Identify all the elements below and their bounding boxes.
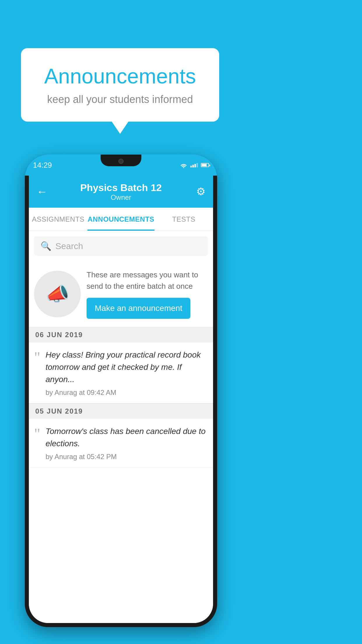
bubble-title: Announcements [38, 64, 202, 88]
announcement-author-1: by Anurag at 09:42 AM [45, 388, 207, 397]
announcement-content-2: Tomorrow's class has been cancelled due … [45, 425, 207, 461]
tab-tests[interactable]: TESTS [154, 208, 213, 231]
megaphone-icon: 📣 [46, 283, 69, 305]
status-time: 14:29 [33, 161, 52, 170]
phone-notch [101, 155, 141, 166]
announcement-item-1: " Hey class! Bring your practical record… [29, 342, 213, 403]
announcement-text-2: Tomorrow's class has been cancelled due … [45, 425, 207, 450]
app-header: ← Physics Batch 12 Owner ⚙ [29, 176, 213, 208]
promo-icon-circle: 📣 [34, 271, 81, 317]
settings-icon[interactable]: ⚙ [196, 186, 205, 198]
promo-right: These are messages you want to send to t… [87, 269, 207, 319]
battery-icon [201, 163, 209, 167]
announcement-content-1: Hey class! Bring your practical record b… [45, 349, 207, 397]
search-bar[interactable]: 🔍 Search [34, 236, 208, 256]
announcement-text-1: Hey class! Bring your practical record b… [45, 349, 207, 386]
announcement-author-2: by Anurag at 05:42 PM [45, 453, 207, 461]
date-separator-1: 06 JUN 2019 [29, 327, 213, 342]
search-placeholder: Search [55, 241, 83, 251]
bubble-subtitle: keep all your students informed [38, 93, 202, 106]
quote-icon-2: " [34, 426, 40, 442]
tabs-bar: ASSIGNMENTS ANNOUNCEMENTS TESTS [29, 208, 213, 231]
phone-screen: ← Physics Batch 12 Owner ⚙ ASSIGNMENTS A… [29, 155, 213, 623]
camera [118, 159, 124, 164]
announcement-item-2: " Tomorrow's class has been cancelled du… [29, 419, 213, 468]
content-area: 🔍 Search 📣 These are messages you want t… [29, 231, 213, 623]
header-title-area: Physics Batch 12 Owner [80, 182, 162, 202]
status-icons [180, 162, 209, 168]
date-separator-2: 05 JUN 2019 [29, 403, 213, 419]
batch-title: Physics Batch 12 [80, 182, 162, 193]
tab-assignments[interactable]: ASSIGNMENTS [29, 208, 87, 231]
back-button[interactable]: ← [36, 186, 48, 198]
signal-icon [190, 163, 198, 167]
wifi-icon [180, 162, 187, 168]
tab-announcements[interactable]: ANNOUNCEMENTS [87, 208, 154, 231]
make-announcement-button[interactable]: Make an announcement [87, 298, 190, 319]
search-icon: 🔍 [41, 241, 51, 251]
promo-area: 📣 These are messages you want to send to… [29, 261, 213, 327]
phone-mockup: 14:29 ← Physics Batch 12 [25, 155, 217, 627]
promo-description: These are messages you want to send to t… [87, 269, 207, 292]
owner-label: Owner [80, 193, 162, 202]
quote-icon-1: " [34, 350, 40, 365]
speech-bubble: Announcements keep all your students inf… [21, 48, 219, 122]
